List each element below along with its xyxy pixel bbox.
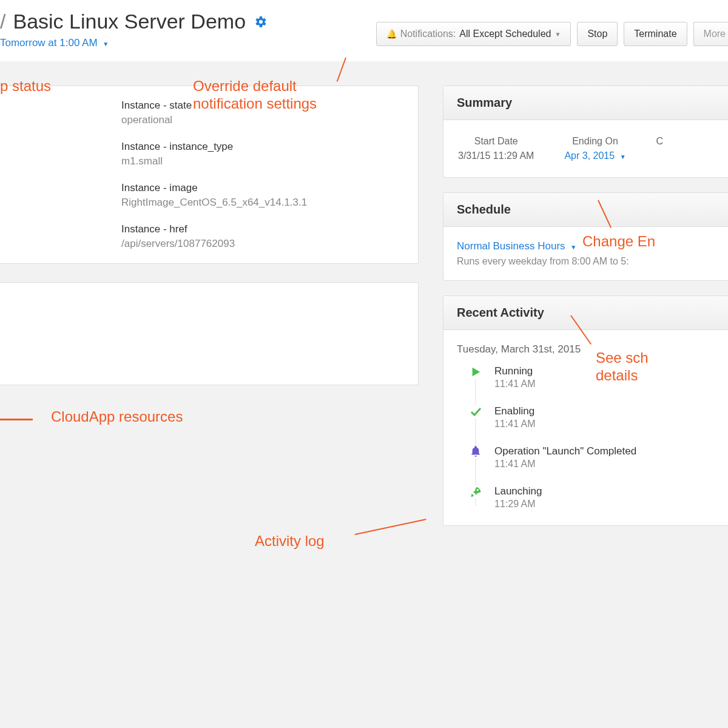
extra-col-label: C	[656, 136, 664, 147]
caret-down-icon: ▼	[620, 153, 626, 160]
annotation-activity: Activity log	[255, 533, 325, 550]
caret-down-icon: ▼	[103, 41, 109, 47]
check-icon	[469, 405, 482, 419]
activity-item-time: 11:29 AM	[494, 499, 542, 510]
ending-on-text: Apr 3, 2015	[564, 150, 615, 161]
main-columns: Instance - state operational Instance - …	[0, 86, 728, 526]
activity-card: Recent Activity Tuesday, March 31st, 201…	[443, 295, 728, 526]
toolbar: 🔔 Notifications: All Except Scheduled ▼ …	[376, 10, 728, 46]
activity-item-time: 11:41 AM	[494, 419, 536, 430]
activity-title: Recent Activity	[443, 296, 728, 330]
instance-card: Instance - state operational Instance - …	[0, 86, 419, 264]
instance-type-label: Instance - instance_type	[121, 141, 405, 153]
instance-state-label: Instance - state	[121, 99, 405, 112]
instance-image-value: RightImage_CentOS_6.5_x64_v14.1.3.1	[121, 197, 405, 209]
activity-item-title: Operation "Launch" Completed	[494, 445, 636, 457]
start-date-value: 3/31/15 11:29 AM	[458, 150, 534, 161]
summary-card: Summary Start Date 3/31/15 11:29 AM Endi…	[443, 86, 728, 178]
terminate-button[interactable]: Terminate	[624, 22, 687, 46]
next-run-text: Tomorrow at 1:00 AM	[0, 37, 98, 49]
next-run-link[interactable]: Tomorrow at 1:00 AM ▼	[0, 37, 268, 49]
play-icon	[469, 365, 482, 379]
bell-icon	[469, 445, 482, 459]
activity-item-title: Running	[494, 365, 536, 377]
page-title: Basic Linux Server Demo	[13, 10, 246, 33]
caret-down-icon: ▼	[554, 31, 561, 38]
more-button[interactable]: More	[693, 22, 728, 46]
activity-item-title: Enabling	[494, 405, 536, 417]
resources-card	[0, 282, 419, 385]
instance-state-value: operational	[121, 114, 405, 126]
notifications-value: All Except Scheduled	[459, 29, 551, 39]
instance-href-label: Instance - href	[121, 223, 405, 235]
activity-item-time: 11:41 AM	[494, 379, 536, 389]
ending-on-value[interactable]: Apr 3, 2015 ▼	[564, 150, 625, 161]
activity-timeline: Running 11:41 AM Enabling 11:41 AM	[469, 365, 715, 510]
activity-item: Launching 11:29 AM	[469, 485, 715, 510]
instance-image-label: Instance - image	[121, 182, 405, 194]
instance-href-value: /api/servers/1087762093	[121, 238, 405, 250]
summary-row: Start Date 3/31/15 11:29 AM Ending On Ap…	[457, 133, 715, 164]
instance-type-value: m1.small	[121, 155, 405, 167]
summary-title: Summary	[443, 86, 728, 120]
start-date-label: Start Date	[474, 136, 518, 147]
notifications-button[interactable]: 🔔 Notifications: All Except Scheduled ▼	[376, 22, 571, 46]
ending-on-label: Ending On	[572, 136, 618, 147]
title-area: / Basic Linux Server Demo Tomorrow at 1:…	[0, 10, 268, 49]
schedule-title: Schedule	[443, 193, 728, 227]
notifications-prefix: Notifications:	[400, 29, 456, 39]
breadcrumb-slash: /	[0, 10, 5, 33]
stop-button[interactable]: Stop	[577, 22, 618, 46]
gear-icon[interactable]	[253, 15, 268, 29]
page-header: / Basic Linux Server Demo Tomorrow at 1:…	[0, 0, 728, 61]
activity-item: Operation "Launch" Completed 11:41 AM	[469, 445, 715, 470]
bell-icon: 🔔	[386, 29, 397, 39]
caret-down-icon: ▼	[570, 244, 576, 251]
schedule-card: Schedule Normal Business Hours ▼ Runs ev…	[443, 192, 728, 281]
schedule-link-text: Normal Business Hours	[457, 240, 565, 252]
instance-body: Instance - state operational Instance - …	[0, 86, 418, 263]
activity-item: Running 11:41 AM	[469, 365, 715, 389]
schedule-desc: Runs every weekday from 8:00 AM to 5:	[457, 256, 715, 267]
left-column: Instance - state operational Instance - …	[0, 86, 419, 526]
right-column: Summary Start Date 3/31/15 11:29 AM Endi…	[443, 86, 728, 526]
activity-item-time: 11:41 AM	[494, 459, 636, 470]
activity-date: Tuesday, March 31st, 2015	[457, 343, 715, 356]
activity-item-title: Launching	[494, 485, 542, 497]
rocket-icon	[469, 485, 482, 499]
activity-item: Enabling 11:41 AM	[469, 405, 715, 430]
schedule-link[interactable]: Normal Business Hours ▼	[457, 240, 715, 252]
